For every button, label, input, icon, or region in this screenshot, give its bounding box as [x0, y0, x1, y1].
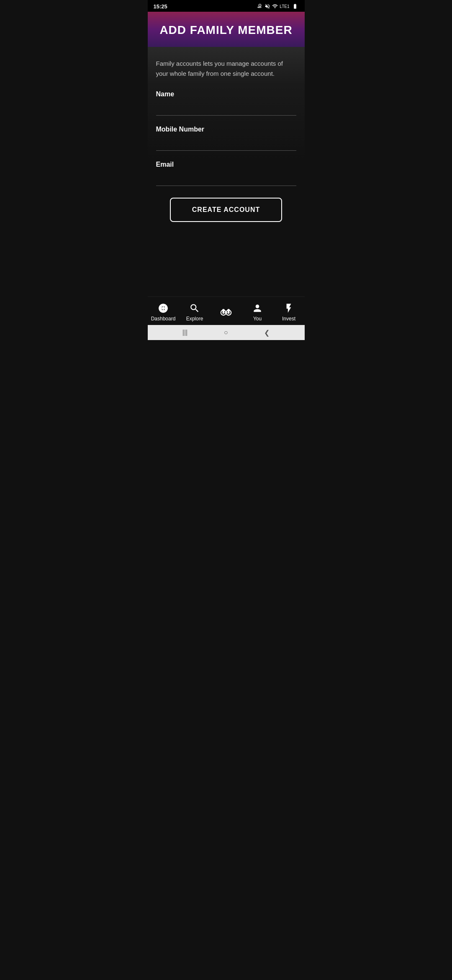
- email-field-group: Email: [156, 161, 296, 186]
- battery-icon: [291, 3, 299, 9]
- nav-item-binoculars[interactable]: [213, 305, 239, 319]
- svg-rect-10: [222, 309, 224, 312]
- gesture-recent[interactable]: |||: [182, 329, 187, 336]
- alarm-icon: [257, 3, 263, 9]
- mobile-field-group: Mobile Number: [156, 126, 296, 151]
- explore-icon: [189, 302, 200, 314]
- name-input[interactable]: [156, 101, 296, 116]
- dashboard-icon: [157, 302, 169, 314]
- nav-label-invest: Invest: [282, 316, 295, 322]
- svg-rect-11: [228, 309, 230, 312]
- wifi-icon: [272, 3, 278, 9]
- nav-item-explore[interactable]: Explore: [182, 302, 207, 322]
- nav-label-explore: Explore: [186, 316, 203, 322]
- mobile-label: Mobile Number: [156, 126, 296, 133]
- nav-item-you[interactable]: You: [245, 302, 270, 322]
- nav-label-dashboard: Dashboard: [151, 316, 176, 322]
- you-icon: [252, 302, 263, 314]
- name-field-group: Name: [156, 90, 296, 116]
- gesture-back[interactable]: ❮: [264, 329, 270, 337]
- gesture-nav-bar: ||| ○ ❮: [148, 325, 305, 340]
- description-text: Family accounts lets you manage accounts…: [156, 59, 296, 79]
- gesture-home[interactable]: ○: [224, 329, 228, 336]
- svg-rect-4: [163, 305, 164, 306]
- signal-text: LTE1: [280, 4, 289, 9]
- page-header: ADD FAMILY MEMBER: [148, 12, 305, 47]
- main-content: Family accounts lets you manage accounts…: [148, 47, 305, 234]
- status-bar: 15:25 LTE1: [148, 0, 305, 12]
- nav-item-invest[interactable]: Invest: [276, 302, 301, 322]
- page-title: ADD FAMILY MEMBER: [156, 23, 296, 37]
- nav-label-you: You: [253, 316, 262, 322]
- binoculars-icon: [220, 305, 232, 317]
- status-icons: LTE1: [257, 3, 298, 9]
- create-account-button[interactable]: CREATE ACCOUNT: [170, 198, 282, 222]
- email-input[interactable]: [156, 172, 296, 186]
- svg-rect-2: [161, 307, 162, 308]
- svg-rect-3: [165, 307, 166, 308]
- mute-icon: [265, 3, 270, 9]
- svg-point-1: [162, 307, 165, 309]
- svg-rect-9: [225, 312, 227, 313]
- nav-item-dashboard[interactable]: Dashboard: [151, 302, 176, 322]
- status-time: 15:25: [154, 3, 167, 10]
- email-label: Email: [156, 161, 296, 168]
- bottom-nav: Dashboard Explore: [148, 297, 305, 325]
- mobile-input[interactable]: [156, 137, 296, 151]
- name-label: Name: [156, 90, 296, 98]
- invest-icon: [283, 302, 295, 314]
